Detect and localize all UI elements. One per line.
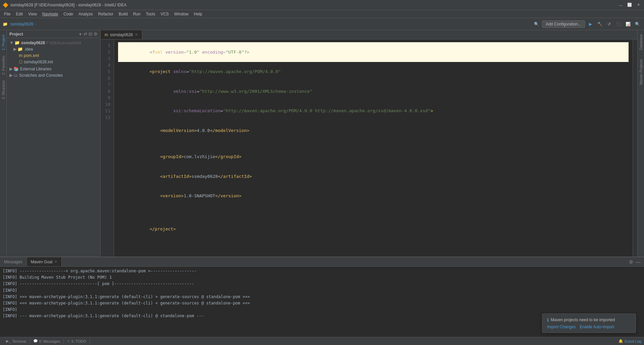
tree-label-root: ssmday0628 [21,41,45,45]
close-button[interactable]: ✕ [635,2,641,8]
bottom-tabs: Messages Maven Goal ✕ ⚙ — [0,257,644,267]
bottom-panel-icons: ⚙ — [628,259,644,265]
run-button[interactable]: ▶ [586,20,594,28]
menu-vcs[interactable]: VCS [158,11,172,17]
line-num-8: 8 [101,88,112,95]
main-layout: 1: Project 2: Favorites 3: Structure Pro… [0,30,644,337]
line-num-5: 5 [101,68,112,75]
bottom-tab-maven-label: Maven Goal [31,260,53,264]
expand-icon: ▼ [9,40,14,45]
project-dropdown-arrow[interactable]: ▼ [78,32,82,36]
reload-button[interactable]: ↺ [605,20,613,28]
messages-tab[interactable]: 💬 0: Messages [30,338,64,344]
iml-icon: ⬡ [19,59,22,64]
project-panel: Project ▼ ⇄ ⊟ ⚙ ▼ 📁 ssmday0628 F:\IDEA\s… [7,30,101,257]
bottom-panel: Messages Maven Goal ✕ ⚙ — [INFO] -------… [0,257,644,337]
menu-navigate[interactable]: Navigate [40,11,61,17]
code-line-8: <artifactId>ssmday0628</artifactId> [118,166,629,186]
right-gutter [633,40,637,257]
event-log-area: 🔔 Event Log [619,339,641,343]
sync-icon[interactable]: ⇄ [84,31,87,37]
tree-label-pom: pom.xml [24,53,39,58]
toolbar-breadcrumb: 📁 ssmday0628 › [3,22,531,26]
expand-icon-idea: ▶ [13,47,17,52]
line-num-1: 1 [101,42,112,49]
tab-structure[interactable]: 3: Structure [0,78,6,101]
right-sidebar-icon2[interactable]: Maven Projects [638,57,644,87]
menu-help[interactable]: Help [191,11,205,17]
bottom-minimize-icon[interactable]: — [635,259,641,265]
tab-pom-close[interactable]: ✕ [135,32,138,37]
editor-content: 1 2 3 4 5 6 7 8 9 10 11 12 <?xml versi [101,40,637,257]
window-title: ssmday0628 [F:\IDEA\ssmday0628] - ssmday… [10,3,618,7]
menu-build[interactable]: Build [116,11,130,17]
menu-run[interactable]: Run [130,11,143,17]
folder-icon-idea: 📁 [17,47,23,52]
tree-item-root[interactable]: ▼ 📁 ssmday0628 F:\IDEA\ssmday0628 [7,40,100,46]
tree-item-pom[interactable]: m pom.xml [7,52,100,59]
messages-tab-label: 0: Messages [39,339,60,343]
code-area[interactable]: <?xml version="1.0" encoding="UTF-8"?> <… [114,40,633,257]
menu-view[interactable]: View [25,11,40,17]
code-line-11 [118,212,629,219]
collapse-all-icon[interactable]: ⊟ [89,31,92,37]
tree-item-extlib[interactable]: ▶ 📚 External Libraries [7,66,100,72]
right-sidebar-icon1[interactable]: Database [638,31,644,53]
minimize-button[interactable]: — [618,2,624,8]
notif-info-icon: ℹ [547,317,549,323]
extlib-icon: 📚 [13,66,19,71]
import-changes-link[interactable]: Import Changes [547,325,576,329]
tree-item-scratches[interactable]: ▶ 🗂 Scratches and Consoles [7,72,100,78]
content-area: 1: Project 2: Favorites 3: Structure Pro… [0,30,644,257]
terminal-tab[interactable]: ▶_ Terminal [3,338,30,344]
menu-code[interactable]: Code [61,11,76,17]
code-line-10 [118,206,629,212]
expand-icon-extlib: ▶ [9,66,13,71]
code-line-12: </project> [118,219,629,239]
search-button[interactable]: 🔍 [633,20,641,28]
enable-auto-import-link[interactable]: Enable Auto-Import [580,325,614,329]
maximize-button[interactable]: ⬜ [627,2,633,8]
tab-favorites[interactable]: 2: Favorites [0,54,6,77]
line-num-9: 9 [101,94,112,101]
menu-tools[interactable]: Tools [143,11,158,17]
editor-area: m ssmday0628 ✕ 1 2 3 4 5 6 7 8 9 10 [101,30,637,257]
console-line-5: [INFO] >>> maven-archetype-plugin:3.1.1:… [3,294,641,300]
tree-label-extlib: External Libraries [20,67,51,71]
menu-refactor[interactable]: Refactor [96,11,116,17]
code-line-7: <groupId>com.lvzhijie</groupId> [118,147,629,167]
left-sidebar-tabs: 1: Project 2: Favorites 3: Structure [0,30,7,257]
toolbar-right: 🔍 Add Configuration... ▶ 🔨 ↺ ⬛ 📊 🔍 [533,20,641,28]
line-num-7: 7 [101,81,112,88]
coverage-button[interactable]: 📊 [624,20,632,28]
menu-file[interactable]: File [1,11,13,17]
build-button[interactable]: 🔨 [596,20,604,28]
tree-item-idea[interactable]: ▶ 📁 .idea [7,46,100,52]
search-everywhere-button[interactable]: 🔍 [533,20,541,28]
todo-icon: ✓ [67,339,70,343]
line-num-2: 2 [101,49,112,56]
code-line-9: <version>1.0-SNAPSHOT</version> [118,186,629,206]
editor-tab-pom[interactable]: m ssmday0628 ✕ [101,30,142,39]
title-bar: 🔶 ssmday0628 [F:\IDEA\ssmday0628] - ssmd… [0,0,644,10]
breadcrumb-project[interactable]: ssmday0628 [10,22,33,26]
bottom-tab-maven-close[interactable]: ✕ [54,260,57,264]
settings-icon[interactable]: ⚙ [94,31,98,37]
tab-project[interactable]: 1: Project [0,33,6,52]
menu-analyze[interactable]: Analyze [76,11,96,17]
project-panel-title: Project [9,32,78,37]
tree-item-iml[interactable]: ⬡ ssmday0628.iml [7,59,100,65]
bottom-tab-messages[interactable]: Messages [0,257,27,266]
maven-notification: ℹ Maven projects need to be imported Imp… [542,314,636,333]
add-configuration-button[interactable]: Add Configuration... [542,20,585,28]
bottom-tab-maven-goal[interactable]: Maven Goal ✕ [27,257,62,266]
menu-window[interactable]: Window [171,11,191,17]
event-log-link[interactable]: Event Log [625,339,641,343]
bottom-settings-icon[interactable]: ⚙ [628,259,634,265]
line-num-6: 6 [101,75,112,82]
todo-tab[interactable]: ✓ 6: TODO [64,338,90,344]
menu-edit[interactable]: Edit [13,11,25,17]
stop-button[interactable]: ⬛ [614,20,623,28]
window-controls: — ⬜ ✕ [618,2,641,8]
line-num-11: 11 [101,108,112,114]
